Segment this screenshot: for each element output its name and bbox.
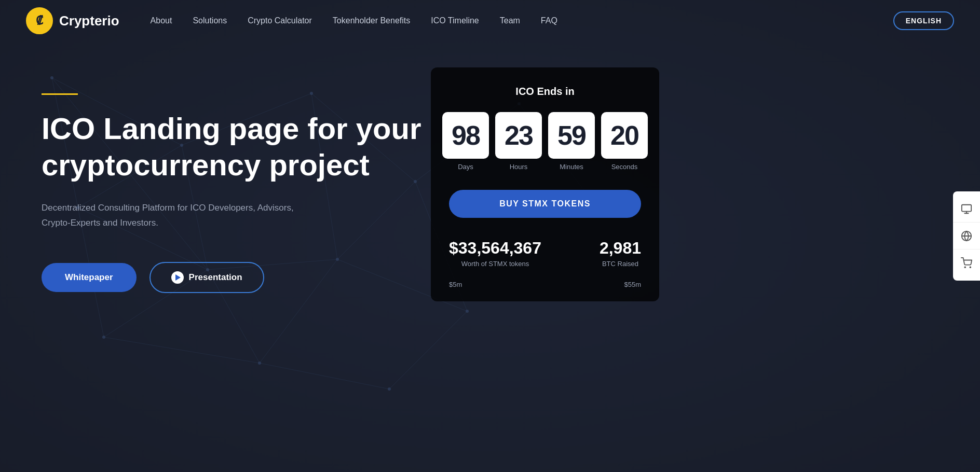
nav-link-about[interactable]: About	[151, 16, 172, 25]
presentation-label: Presentation	[189, 272, 242, 283]
svg-point-42	[970, 267, 971, 268]
svg-point-41	[964, 267, 965, 268]
whitepaper-button[interactable]: Whitepaper	[42, 263, 137, 292]
nav-link-ico-timeline[interactable]: ICO Timeline	[431, 16, 479, 25]
progress-labels: $5m $55m	[449, 281, 641, 288]
countdown-seconds: 20	[601, 112, 648, 159]
logo[interactable]: ₡ Crypterio	[26, 7, 119, 34]
btc-value: 2,981	[600, 239, 641, 258]
language-button[interactable]: ENGLISH	[893, 11, 954, 30]
nav-link-crypto-calculator[interactable]: Crypto Calculator	[248, 16, 312, 25]
hero-subtitle: Decentralized Consulting Platform for IC…	[42, 201, 311, 231]
buy-tokens-button[interactable]: BUY STMX TOKENS	[449, 190, 641, 218]
countdown-days-label: Days	[458, 163, 473, 171]
ico-ends-title: ICO Ends in	[449, 86, 641, 98]
countdown-days: 98	[442, 112, 489, 159]
countdown-days-block: 98 Days	[442, 112, 489, 171]
stmx-value: $33,564,367	[449, 239, 541, 258]
logo-icon: ₡	[26, 7, 53, 34]
hero-section: ICO Landing page for your cryptocurrency…	[0, 41, 980, 472]
progress-max: $55m	[624, 281, 641, 288]
btc-label: BTC Raised	[600, 260, 641, 268]
ico-stats: $33,564,367 Worth of STMX tokens 2,981 B…	[449, 228, 641, 273]
countdown-minutes-block: 59 Minutes	[548, 112, 595, 171]
progress-min: $5m	[449, 281, 462, 288]
countdown-hours-block: 23 Hours	[495, 112, 542, 171]
stmx-label: Worth of STMX tokens	[449, 260, 541, 268]
logo-text: Crypterio	[59, 13, 119, 29]
hero-left: ICO Landing page for your cryptocurrency…	[42, 62, 431, 293]
globe-icon[interactable]	[953, 223, 980, 249]
presentation-button[interactable]: Presentation	[149, 262, 264, 293]
countdown-seconds-label: Seconds	[611, 163, 638, 171]
nav-links: About Solutions Crypto Calculator Tokenh…	[151, 16, 893, 25]
countdown-hours: 23	[495, 112, 542, 159]
svg-rect-36	[962, 204, 971, 211]
ico-widget: ICO Ends in 98 Days 23 Hours 59 Minutes …	[431, 67, 659, 301]
svg-text:₡: ₡	[36, 14, 43, 27]
ico-stat-btc: 2,981 BTC Raised	[600, 239, 641, 268]
countdown: 98 Days 23 Hours 59 Minutes 20 Seconds	[449, 112, 641, 171]
ico-stat-value: $33,564,367 Worth of STMX tokens	[449, 239, 541, 268]
play-triangle	[175, 274, 181, 281]
countdown-minutes-label: Minutes	[560, 163, 583, 171]
cart-icon[interactable]	[953, 249, 980, 276]
countdown-seconds-block: 20 Seconds	[601, 112, 648, 171]
ico-widget-inner: ICO Ends in 98 Days 23 Hours 59 Minutes …	[431, 67, 659, 301]
nav-link-faq[interactable]: FAQ	[541, 16, 557, 25]
monitor-icon[interactable]	[953, 196, 980, 223]
hero-buttons: Whitepaper Presentation	[42, 262, 431, 293]
nav-link-tokenholder-benefits[interactable]: Tokenholder Benefits	[333, 16, 410, 25]
countdown-hours-label: Hours	[510, 163, 528, 171]
nav-link-solutions[interactable]: Solutions	[193, 16, 227, 25]
hero-title: ICO Landing page for your cryptocurrency…	[42, 110, 431, 183]
nav-link-team[interactable]: Team	[500, 16, 520, 25]
play-icon	[171, 271, 184, 284]
navbar: ₡ Crypterio About Solutions Crypto Calcu…	[0, 0, 980, 41]
side-icons-panel	[953, 191, 980, 281]
countdown-minutes: 59	[548, 112, 595, 159]
accent-line	[42, 93, 78, 95]
